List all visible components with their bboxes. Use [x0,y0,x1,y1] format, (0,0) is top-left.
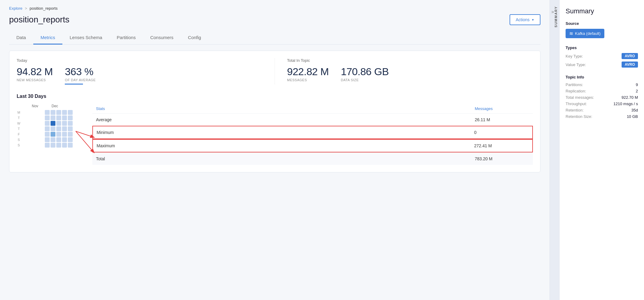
source-section: Source ≋ Kafka (default) [566,21,638,38]
stats-table: Stats Messages Average 26.11 M Minimum 0 [92,104,533,165]
topic-info-throughput: Throughput: 1210 msgs / s [566,102,638,106]
chevron-down-icon: ▼ [531,18,534,22]
metrics-panel: Today 94.82 M NEW MESSAGES 363 % OF DAY … [9,51,540,172]
summary-panel: Summary Source ≋ Kafka (default) Types K… [559,0,644,300]
tab-lenses-schema[interactable]: Lenses Schema [62,31,110,45]
today-messages-label: NEW MESSAGES [17,78,53,82]
topic-info-total-messages: Total messages: 922.70 M [566,95,638,100]
value-type-row: Value Type: AVRO [566,62,638,68]
total-data-size-label: DATA SIZE [341,78,389,82]
metrics-top-row: Today 94.82 M NEW MESSAGES 363 % OF DAY … [17,58,533,85]
kafka-badge-text: Kafka (default) [575,31,601,36]
breadcrumb-explore[interactable]: Explore [9,6,22,11]
tab-config[interactable]: Config [181,31,208,45]
topic-info-label: Topic Info [566,75,638,79]
value-type-badge: AVRO [622,62,638,68]
day-avg-bar [65,84,83,85]
kafka-badge: ≋ Kafka (default) [566,29,604,38]
topic-info-section: Topic Info Partitions: 9 Replication: 2 … [566,75,638,119]
today-title: Today [17,58,263,63]
stats-row-total: Total 783.20 M [92,152,533,165]
breadcrumb-current: position_reports [30,6,58,11]
today-day-avg-value: 363 % [65,66,96,78]
stats-row-minimum: Minimum 0 [92,126,533,139]
summary-sidebar-wrapper: » SUMMARY Summary Source ≋ Kafka (defaul… [550,0,644,300]
cal-label-m: M [17,111,21,114]
stats-row-maximum: Maximum 272.41 M [92,139,533,152]
key-type-row: Key Type: AVRO [566,53,638,59]
total-in-topic-title: Total In Topic [287,58,533,63]
breadcrumb-separator: > [25,6,27,11]
metrics-divider [275,58,275,85]
last30-section: Last 30 Days Nov Dec M [17,94,533,165]
tabs-bar: Data Metrics Lenses Schema Partitions Co… [9,31,540,45]
cal-label-f: F [17,132,21,136]
today-section: Today 94.82 M NEW MESSAGES 363 % OF DAY … [17,58,263,85]
total-data-size: 170.86 GB DATA SIZE [341,66,389,82]
topic-info-retention: Retention: 35d [566,108,638,112]
page-header: position_reports Actions ▼ [9,14,540,25]
stats-header: Stats Messages [92,104,533,113]
calendar-grid: M T [17,110,83,148]
cal-label-t2: T [17,127,21,131]
calendar-heatmap: Nov Dec M [17,104,83,165]
today-day-avg-label: OF DAY AVERAGE [65,78,96,82]
summary-toggle-label: SUMMARY [554,6,558,27]
total-in-topic-section: Total In Topic 922.82 M MESSAGES 170.86 … [287,58,533,85]
cal-label-s1: S [17,138,21,142]
key-type-label: Key Type: [566,54,583,58]
collapse-icon: » [551,9,554,15]
tab-metrics[interactable]: Metrics [33,31,62,45]
cal-label-s2: S [17,143,21,147]
page-title: position_reports [9,15,69,25]
summary-title: Summary [566,7,638,15]
today-messages: 94.82 M NEW MESSAGES [17,66,53,85]
actions-button[interactable]: Actions ▼ [510,14,540,25]
cal-month-nov: Nov [32,104,38,108]
summary-toggle[interactable]: » SUMMARY [550,0,559,300]
last30-title: Last 30 Days [17,94,533,99]
stats-row-average: Average 26.11 M [92,113,533,126]
topic-info-retention-size: Retention Size: 10 GB [566,114,638,119]
total-data-size-value: 170.86 GB [341,66,389,78]
types-section: Types Key Type: AVRO Value Type: AVRO [566,45,638,68]
cal-month-dec: Dec [51,104,58,108]
total-messages: 922.82 M MESSAGES [287,66,329,82]
stats-col-messages: Messages [475,106,529,111]
topic-info-partitions: Partitions: 9 [566,82,638,87]
value-type-label: Value Type: [566,62,586,67]
cal-label-t1: T [17,116,21,120]
today-messages-value: 94.82 M [17,66,53,78]
last30-content: Nov Dec M [17,104,533,165]
calendar-header: Nov Dec [17,104,83,108]
kafka-icon: ≋ [569,31,573,36]
breadcrumb: Explore > position_reports [9,6,540,11]
key-type-badge: AVRO [622,53,638,59]
tab-consumers[interactable]: Consumers [143,31,181,45]
total-messages-value: 922.82 M [287,66,329,78]
tab-partitions[interactable]: Partitions [110,31,143,45]
types-label: Types [566,45,638,50]
total-messages-label: MESSAGES [287,78,329,82]
tab-data[interactable]: Data [9,31,33,45]
source-label: Source [566,21,638,26]
cal-label-w: W [17,122,21,125]
topic-info-replication: Replication: 2 [566,89,638,93]
today-day-avg: 363 % OF DAY AVERAGE [65,66,96,85]
stats-col-stats: Stats [96,106,475,111]
